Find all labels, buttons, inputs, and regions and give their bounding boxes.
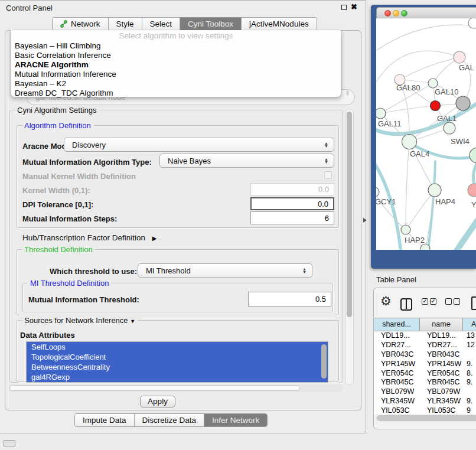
table-row[interactable]: YPR145WYPR145W9. <box>374 360 476 369</box>
network-node-gal[interactable] <box>454 51 465 63</box>
network-node-gal4[interactable] <box>402 135 417 149</box>
network-window-titlebar[interactable] <box>376 7 476 18</box>
algorithm-option-aracne-algorithm[interactable]: ARACNE Algorithm <box>11 60 341 70</box>
network-edge <box>428 161 435 250</box>
table-row[interactable]: YDR27...YDR27...12 <box>374 341 476 350</box>
algorithm-option-bayesian-hill-climbing[interactable]: Bayesian – Hill Climbing <box>11 41 341 51</box>
table-row[interactable]: YDL19...YDL19...13 <box>374 331 476 341</box>
tab-select[interactable]: Select <box>142 18 180 30</box>
data-attributes-items: SelfLoopsTopologicalCoefficientBetweenne… <box>27 342 328 382</box>
attribute-item-betweennesscentrality[interactable]: BetweennessCentrality <box>27 362 328 372</box>
mi-threshold-field[interactable]: 0.5 <box>248 292 331 306</box>
table-row[interactable]: YBR045CYBR045C9. <box>374 378 476 387</box>
zoom-window-icon[interactable] <box>401 10 407 17</box>
tab-cyni-toolbox[interactable]: Cyni Toolbox <box>180 18 241 30</box>
attribute-item-gal4rgexp[interactable]: gal4RGexp <box>27 372 328 382</box>
network-node-hap2[interactable] <box>401 225 410 234</box>
algorithm-option-basic-correlation-inference[interactable]: Basic Correlation Inference <box>11 51 341 60</box>
network-node[interactable] <box>468 18 476 28</box>
unchecked-checkbox-icon[interactable] <box>454 298 460 305</box>
minimized-panel-icon[interactable] <box>4 440 15 446</box>
table-panel-title: Table Panel <box>376 275 416 284</box>
network-node[interactable] <box>420 244 430 250</box>
table-row[interactable]: YBR043CYBR043C <box>374 350 476 360</box>
split-columns-icon[interactable] <box>400 298 412 311</box>
network-node[interactable] <box>456 96 470 110</box>
table-row[interactable]: YER054CYER054C8. <box>374 369 476 379</box>
table-cell <box>463 350 476 360</box>
column-header-shared-[interactable]: shared... <box>374 318 420 331</box>
attribute-item-topologicalcoefficient[interactable]: TopologicalCoefficient <box>27 352 328 362</box>
tab-impute-data[interactable]: Impute Data <box>75 414 134 426</box>
manual-kernel-checkbox[interactable] <box>324 171 332 179</box>
kernel-width-label: Kernel Width (0,1): <box>22 186 90 195</box>
table-horizontal-scrollbar[interactable] <box>376 415 476 422</box>
dpi-tolerance-label: DPI Tolerance [0,1]: <box>22 200 93 209</box>
aracne-mode-combo[interactable]: Discovery ▲▼ <box>64 138 334 152</box>
network-node[interactable] <box>431 101 441 111</box>
tab-discretize-data[interactable]: Discretize Data <box>134 414 204 426</box>
table-cell: YDR27... <box>374 341 420 350</box>
network-node-swi4[interactable] <box>470 148 476 163</box>
network-node-gal1[interactable] <box>444 122 455 134</box>
kernel-width-field[interactable]: 0.0 <box>250 183 334 195</box>
checked-checkbox-icon[interactable]: ✓ <box>430 298 436 305</box>
table-row[interactable]: YIL053CYIL053C9 <box>374 406 476 414</box>
apply-button[interactable]: Apply <box>140 396 175 407</box>
table-cell: YER054C <box>420 369 463 379</box>
hub-definition-toggle[interactable]: Hub/Transcription Factor Definition ▶ <box>22 233 157 242</box>
sources-group-title[interactable]: Sources for Network Inference ▼ <box>22 316 138 325</box>
attributes-scrollbar[interactable] <box>321 344 327 379</box>
document-icon[interactable] <box>471 296 476 310</box>
network-canvas[interactable]: GALGAL80GAL10GAL1GAL11GAL4SWI4GCY1HAP4YH… <box>376 18 476 250</box>
node-label-gal4: GAL4 <box>410 149 429 158</box>
unchecked-checkbox-icon[interactable] <box>445 298 452 305</box>
algorithm-option-dream8-dc-tdc-algorithm[interactable]: Dream8 DC_TDC Algorithm <box>11 89 341 98</box>
tab-network[interactable]: Network <box>53 18 108 30</box>
settings-horizontal-scrollbar[interactable] <box>8 384 343 392</box>
algorithm-option-mutual-information-inference[interactable]: Mutual Information Inference <box>11 70 341 79</box>
mi-type-label: Mutual Information Algorithm Type: <box>22 158 152 167</box>
network-node-y[interactable] <box>468 184 476 197</box>
top-tab-bar: NetworkStyleSelectCyni ToolboxjActiveMNo… <box>52 17 317 31</box>
column-header-name[interactable]: name <box>420 318 463 331</box>
settings-vertical-scrollbar[interactable] <box>345 109 354 385</box>
scrollbar-thumb[interactable] <box>9 385 300 391</box>
table-row[interactable]: YLR345WYLR345W9. <box>374 397 476 406</box>
close-window-icon[interactable] <box>384 10 391 17</box>
network-node-gal11[interactable] <box>376 108 386 119</box>
scrollbar-thumb[interactable] <box>347 112 352 317</box>
scrollbar-thumb[interactable] <box>377 415 476 421</box>
tab-style[interactable]: Style <box>108 18 142 30</box>
stepper-arrows-icon: ▲▼ <box>324 158 328 164</box>
checked-checkbox-icon[interactable]: ✓ <box>422 298 428 305</box>
network-node-gcy1[interactable] <box>376 187 379 197</box>
dpi-tolerance-field[interactable]: 0.0 <box>250 197 334 210</box>
network-node-gal10[interactable] <box>428 79 438 88</box>
algorithm-option-bayesian-k2[interactable]: Bayesian – K2 <box>11 79 341 89</box>
tab-jactivemnodules[interactable]: jActiveMNodules <box>241 18 317 30</box>
table-cell: 9 <box>463 406 476 414</box>
mi-type-combo[interactable]: Naive Bayes ▲▼ <box>159 154 334 168</box>
table-row[interactable]: YBL079WYBL079W <box>374 387 476 397</box>
hub-definition-label: Hub/Transcription Factor Definition <box>22 233 145 242</box>
close-panel-icon[interactable]: ✖ <box>351 2 357 11</box>
mi-steps-field[interactable]: 6 <box>250 211 334 224</box>
attribute-item-selfloops[interactable]: SelfLoops <box>27 342 328 352</box>
which-threshold-combo[interactable]: MI Threshold ▲▼ <box>138 263 312 278</box>
settings-group-title: Cyni Algorithm Settings <box>15 106 99 115</box>
table-cell: YBL079W <box>420 387 463 397</box>
data-attributes-list[interactable]: SelfLoopsTopologicalCoefficientBetweenne… <box>26 341 328 383</box>
gear-icon[interactable]: ⚙ <box>380 295 392 307</box>
float-panel-icon[interactable] <box>341 5 347 10</box>
network-edge <box>406 142 409 230</box>
column-header-a[interactable]: A <box>463 318 476 331</box>
node-label-swi4: SWI4 <box>451 137 470 146</box>
minimize-window-icon[interactable] <box>393 10 399 17</box>
table-cell: YLR345W <box>374 397 420 406</box>
tab-style-label: Style <box>116 18 134 30</box>
network-edge <box>454 217 476 250</box>
table-cell: 9. <box>463 378 476 387</box>
network-node-hap4[interactable] <box>428 184 441 197</box>
tab-infer-network[interactable]: Infer Network <box>204 414 267 426</box>
